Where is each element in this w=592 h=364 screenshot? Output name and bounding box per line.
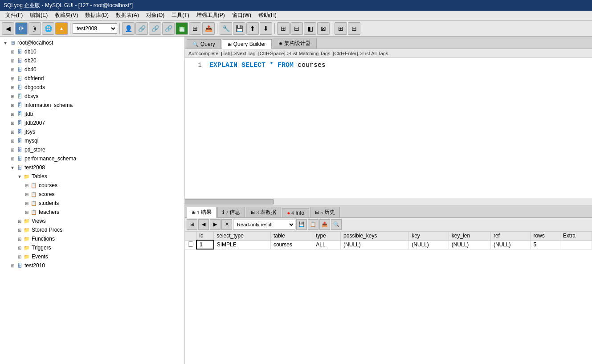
sidebar-item-dbgoods[interactable]: ⊞ 🗄 dbgoods	[0, 83, 184, 92]
sidebar-item-test2010[interactable]: ⊞ 🗄 test2010	[0, 261, 184, 270]
result-tab-5-icon: ⊞	[315, 209, 319, 215]
result-tab-5[interactable]: ⊞ 5 历史	[310, 207, 340, 217]
tab-query[interactable]: 🔍 Query	[187, 39, 221, 49]
scroll-track	[185, 198, 592, 205]
sd-tab-label: 架构设计器	[284, 40, 311, 47]
menu-help[interactable]: 帮助(H)	[255, 11, 280, 20]
toolbar-btn-16[interactable]: ⊞	[335, 22, 347, 35]
result-btn-5[interactable]: 💾	[296, 219, 307, 230]
toolbar-btn-5[interactable]: ▲	[55, 22, 68, 35]
toolbar-btn-export[interactable]: 📤	[202, 22, 215, 35]
result-btn-6[interactable]: 📋	[308, 219, 318, 230]
sidebar-item-storedprocs-folder[interactable]: ⊞ 📁 Stored Procs	[0, 225, 184, 234]
menu-database[interactable]: 数据库(D)	[82, 11, 112, 20]
result-btn-7[interactable]: 📤	[319, 219, 330, 230]
menu-tools[interactable]: 工具(T)	[168, 11, 192, 20]
toolbar-btn-green[interactable]: ▦	[176, 22, 188, 35]
sidebar-item-db20[interactable]: ⊞ 🗄 db20	[0, 56, 184, 65]
right-panel: 🔍 Query ⊞ Query Builder ⊞ 架构设计器 Autocomp…	[185, 37, 592, 364]
toolbar-btn-4[interactable]: 🌐	[42, 22, 54, 35]
row-checkbox[interactable]	[185, 240, 197, 249]
menu-file[interactable]: 文件(F)	[2, 11, 26, 20]
sidebar-item-views-folder[interactable]: ⊞ 📁 Views	[0, 217, 184, 225]
table-row[interactable]: 1SIMPLEcoursesALL(NULL)(NULL)(NULL)(NULL…	[185, 240, 592, 249]
toolbar-btn-3[interactable]: ⟫	[29, 22, 41, 35]
result-tab-2[interactable]: ℹ 2 信息	[217, 207, 245, 217]
events-label: Events	[32, 254, 48, 260]
test2010-label: test2010	[24, 262, 45, 269]
menu-edit[interactable]: 编辑(E)	[26, 11, 51, 20]
result-btn-8[interactable]: 🔍	[331, 219, 342, 230]
toolbar-btn-user[interactable]: 👤	[122, 22, 135, 35]
sidebar-item-jtdb2007[interactable]: ⊞ 🗄 jtdb2007	[0, 119, 184, 127]
sidebar-item-jtdb[interactable]: ⊞ 🗄 jtdb	[0, 110, 184, 119]
sidebar-item-students[interactable]: ⊞ 📋 students	[0, 199, 184, 208]
toolbar-btn-table[interactable]: ⊞	[189, 22, 201, 35]
result-tab-4[interactable]: ● 4 Info	[282, 208, 309, 217]
toolbar-btn-10[interactable]: ⬆	[246, 22, 259, 35]
sidebar-item-triggers-folder[interactable]: ⊞ 📁 Triggers	[0, 243, 184, 252]
result-area: id select_type table type possible_keys …	[185, 231, 592, 364]
tab-query-builder[interactable]: ⊞ Query Builder	[222, 39, 272, 49]
query-editor[interactable]: 1 EXPLAIN SELECT * FROM courses	[185, 58, 592, 198]
menu-enhanced[interactable]: 增强工具(P)	[193, 11, 229, 20]
toolbar-btn-1[interactable]: ◀	[2, 22, 14, 35]
sidebar-item-information-schema[interactable]: ⊞ 🗄 information_schema	[0, 101, 184, 110]
result-btn-4[interactable]: ✕	[221, 219, 232, 230]
sidebar-item-db40[interactable]: ⊞ 🗄 db40	[0, 65, 184, 74]
readonly-select[interactable]: Read-only result	[233, 220, 295, 229]
toolbar-btn-9[interactable]: 💾	[233, 22, 245, 35]
expand-triggers: ⊞	[16, 244, 23, 251]
sidebar-item-pd-store[interactable]: ⊞ 🗄 pd_store	[0, 145, 184, 154]
sidebar-item-dbsys[interactable]: ⊞ 🗄 dbsys	[0, 92, 184, 101]
sidebar-item-scores[interactable]: ⊞ 📋 scores	[0, 190, 184, 199]
sidebar-item-dbfriend[interactable]: ⊞ 🗄 dbfriend	[0, 74, 184, 83]
scroll-thumb[interactable]	[185, 199, 274, 204]
events-folder-icon: 📁	[23, 253, 30, 260]
toolbar-btn-conn2[interactable]: 🔗	[149, 22, 161, 35]
result-tab-3[interactable]: ⊞ 3 表数据	[246, 207, 281, 217]
sidebar-item-jtsys[interactable]: ⊞ 🗄 jtsys	[0, 127, 184, 136]
sidebar-item-root[interactable]: ▼ 🖥 root@localhost	[0, 38, 184, 47]
menu-table[interactable]: 数据表(A)	[112, 11, 143, 20]
sidebar-item-test2008[interactable]: ▼ 🗄 test2008	[0, 163, 184, 172]
expand-tables: ▼	[16, 173, 23, 180]
toolbar-btn-conn3[interactable]: 🔗	[162, 22, 175, 35]
toolbar-btn-8[interactable]: 🔧	[220, 22, 232, 35]
sidebar-item-events-folder[interactable]: ⊞ 📁 Events	[0, 252, 184, 261]
toolbar-btn-14[interactable]: ◧	[304, 22, 316, 35]
toolbar-btn-15[interactable]: ⊠	[317, 22, 330, 35]
sidebar-item-teachers[interactable]: ⊞ 📋 teachers	[0, 208, 184, 217]
result-tab-1[interactable]: ⊞ 1 结果	[187, 207, 216, 218]
toolbar-btn-2[interactable]: ⟳	[15, 22, 28, 35]
sidebar-item-db10[interactable]: ⊞ 🗄 db10	[0, 47, 184, 56]
menu-object[interactable]: 对象(O)	[143, 11, 168, 20]
expand-root: ▼	[2, 39, 9, 46]
information-schema-label: information_schema	[24, 102, 73, 108]
sidebar-item-tables-folder[interactable]: ▼ 📁 Tables	[0, 172, 184, 181]
information-schema-icon: 🗄	[16, 102, 23, 109]
sidebar-item-performance-schema[interactable]: ⊞ 🗄 performance_schema	[0, 154, 184, 163]
expand-pd-store: ⊞	[9, 146, 16, 153]
result-btn-add[interactable]: ⊞	[187, 219, 197, 230]
toolbar-btn-13[interactable]: ⊟	[290, 22, 303, 35]
result-btn-2[interactable]: ◀	[198, 219, 209, 230]
result-btn-3[interactable]: ▶	[210, 219, 220, 230]
toolbar-btn-11[interactable]: ⬇	[260, 22, 272, 35]
table-cell: 1	[196, 240, 214, 249]
title-bar: SQLyog 企业版 - MySQL GUI - [127 - root@loc…	[0, 0, 592, 11]
expand-dbfriend: ⊞	[9, 75, 16, 82]
menu-window[interactable]: 窗口(W)	[229, 11, 255, 20]
tab-schema-designer[interactable]: ⊞ 架构设计器	[273, 38, 317, 49]
toolbar-btn-conn[interactable]: 🔗	[135, 22, 148, 35]
expand-students: ⊞	[23, 200, 30, 207]
db-selector[interactable]: test2008	[73, 23, 117, 34]
sidebar-item-courses[interactable]: ⊞ 📋 courses	[0, 181, 184, 190]
horizontal-scrollbar[interactable]	[185, 198, 592, 205]
menu-favorites[interactable]: 收藏夹(V)	[51, 11, 82, 20]
sidebar-item-mysql[interactable]: ⊞ 🗄 mysql	[0, 136, 184, 145]
sidebar-item-functions-folder[interactable]: ⊞ 📁 Functions	[0, 234, 184, 243]
toolbar-btn-17[interactable]: ⊟	[348, 22, 360, 35]
toolbar-btn-12[interactable]: ⊞	[277, 22, 290, 35]
functions-folder-icon: 📁	[23, 235, 30, 242]
